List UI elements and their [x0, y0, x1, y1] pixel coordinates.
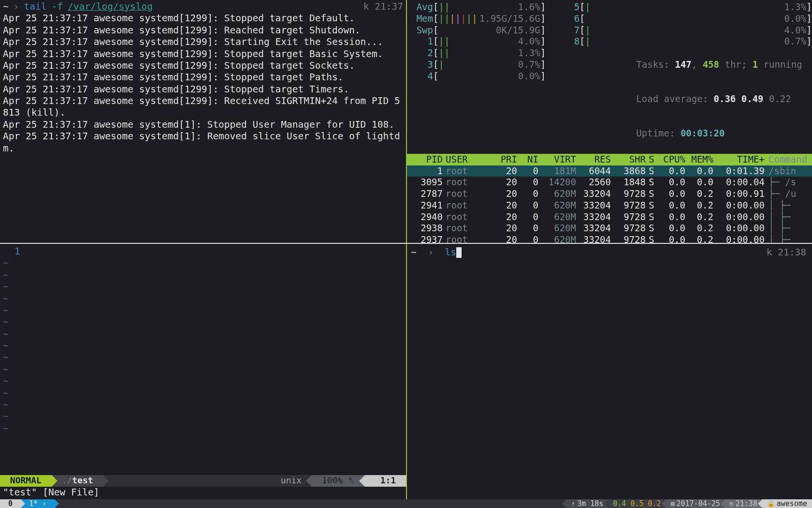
lock-icon: 🔒: [767, 500, 777, 508]
htop-tasks: Tasks: 147, 458 thr; 1 running: [560, 47, 812, 82]
meter-Swp: Swp[0K/15.9G]: [414, 25, 546, 36]
meter-5: 5[|1.3%]: [560, 1, 812, 13]
meter-3: 3[|0.7%]: [414, 59, 546, 71]
tmux-session[interactable]: 0: [0, 499, 21, 508]
process-row[interactable]: 2938root200620M332049728S0.00.20:00.00│ …: [407, 223, 812, 234]
vim-empty-line: ~: [3, 399, 406, 411]
htop-header[interactable]: PID USER PRI NI VIRT RES SHR S CPU% MEM%…: [407, 154, 812, 165]
vim-empty-line: ~: [3, 340, 406, 352]
meter-Mem: Mem[|||||||1.95G/15.6G]: [414, 13, 546, 25]
process-row[interactable]: 2937root200620M332049728S0.00.20:00.00│ …: [407, 234, 812, 243]
vim-empty-line: ~: [3, 375, 406, 387]
pane-shell[interactable]: ~ › ls k 21:38: [406, 244, 812, 499]
calendar-icon: ▤: [671, 500, 677, 508]
col-shr[interactable]: SHR: [611, 154, 646, 165]
syslog-line: Apr 25 21:37:17 awesome systemd[1]: Remo…: [3, 131, 403, 154]
prompt-marker-icon: ›: [14, 1, 19, 13]
col-pri[interactable]: PRI: [481, 154, 517, 165]
tmux-time: ◴21:38: [725, 499, 762, 508]
vim-message: "test" [New File]: [0, 487, 406, 499]
vim-pos: 1:1: [365, 475, 406, 487]
syslog-output: Apr 25 21:37:17 awesome systemd[1299]: S…: [0, 13, 406, 156]
syslog-line: Apr 25 21:37:17 awesome systemd[1299]: S…: [3, 36, 403, 48]
vim-empty-line: ~: [3, 281, 406, 293]
vim-empty-line: ~: [3, 305, 406, 316]
vim-statusline: NORMAL ./test unix 100% ␤ 1:1: [0, 475, 406, 487]
tail-right-status: k 21:37: [363, 1, 403, 13]
syslog-line: Apr 25 21:37:17 awesome systemd[1299]: S…: [3, 60, 403, 72]
tmux-date: ▤2017-04-25: [666, 499, 725, 508]
shell-prompt-dir: ~: [411, 247, 417, 258]
vim-empty-line: ~: [3, 316, 406, 328]
vim-empty-line: ~: [3, 388, 406, 399]
col-ni[interactable]: NI: [517, 154, 538, 165]
col-user[interactable]: USER: [443, 154, 481, 165]
col-cmd[interactable]: Command: [765, 154, 809, 165]
vim-empty-line: ~: [3, 269, 406, 281]
meter-8: 8[|0.7%]: [560, 36, 812, 47]
pane-vim[interactable]: 1 ~~~~~~~~~~~~~~~ NORMAL ./test unix 100…: [0, 244, 406, 499]
process-row[interactable]: 3095root2001420025601848S0.00.00:00.04├─…: [407, 177, 812, 188]
tail-prompt: ~ › tail -f /var/log/syslog k 21:37: [0, 0, 406, 13]
col-res[interactable]: RES: [576, 154, 611, 165]
syslog-line: Apr 25 21:37:17 awesome systemd[1]: Stop…: [3, 119, 403, 131]
vim-empty-line: ~: [3, 411, 406, 422]
tmux-host: 🔒awesome: [762, 499, 812, 508]
col-time[interactable]: TIME+: [713, 154, 765, 165]
meter-6: 6[0.0%]: [560, 13, 812, 25]
vim-empty-line: ~: [3, 293, 406, 305]
cursor-icon: [456, 247, 462, 258]
meter-4: 4[0.0%]: [414, 71, 546, 82]
prompt-dir: ~: [3, 1, 9, 13]
vim-pct: 100% ␤: [312, 475, 365, 487]
shell-right-status: k 21:38: [767, 247, 806, 258]
syslog-line: Apr 25 21:37:17 awesome systemd[1299]: S…: [3, 72, 403, 83]
col-virt[interactable]: VIRT: [538, 154, 576, 165]
tmux-load: 0.4 0.5 0.2: [608, 499, 666, 508]
pane-htop[interactable]: Avg[||1.6%]Mem[|||||||1.95G/15.6G]Swp[0K…: [406, 0, 812, 243]
col-mem[interactable]: MEM%: [685, 154, 713, 165]
syslog-line: Apr 25 21:37:17 awesome systemd[1299]: R…: [3, 25, 403, 36]
process-row[interactable]: 2941root200620M332049728S0.00.20:00.00│ …: [407, 200, 812, 211]
vim-empty-line: ~: [3, 364, 406, 375]
arrow-up-icon: ↑: [571, 500, 577, 508]
vim-empty-line: ~: [3, 329, 406, 340]
tail-cmd: tail: [24, 1, 47, 13]
pane-tail[interactable]: ~ › tail -f /var/log/syslog k 21:37 Apr …: [0, 0, 406, 243]
col-pid[interactable]: PID: [413, 154, 443, 165]
meter-2: 2[||1.3%]: [414, 47, 546, 59]
htop-load: Load average: 0.36 0.49 0.22: [560, 82, 812, 116]
syslog-line: Apr 25 21:37:17 awesome systemd[1299]: R…: [3, 95, 403, 119]
syslog-line: Apr 25 21:37:17 awesome systemd[1299]: S…: [3, 84, 403, 95]
shell-cmd: ls: [445, 247, 456, 258]
meter-1: 1[||4.0%]: [414, 36, 546, 47]
process-row[interactable]: 2940root200620M332049728S0.00.20:00.00│ …: [407, 211, 812, 223]
col-cpu[interactable]: CPU%: [657, 154, 685, 165]
vim-file-seg: ./test: [52, 475, 103, 487]
tmux-window-1[interactable]: 1* ›: [21, 499, 55, 508]
meter-Avg: Avg[||1.6%]: [414, 1, 546, 13]
vim-mode: NORMAL: [0, 475, 52, 487]
process-row[interactable]: 2787root200620M332049728S0.00.20:00.91├─…: [407, 188, 812, 200]
vim-buffer[interactable]: 1 ~~~~~~~~~~~~~~~: [0, 244, 406, 475]
htop-uptime: Uptime: 00:03:20: [560, 117, 812, 151]
tail-arg: -f: [51, 1, 62, 13]
vim-empty-line: ~: [3, 423, 406, 434]
col-s[interactable]: S: [646, 154, 657, 165]
tmux-statusbar[interactable]: 0 1* › ↑3m 18s 0.4 0.5 0.2 ▤2017-04-25 ◴…: [0, 499, 812, 508]
clock-icon: ◴: [730, 500, 736, 508]
vim-empty-line: ~: [3, 257, 406, 269]
meter-7: 7[|4.0%]: [560, 25, 812, 36]
syslog-line: Apr 25 21:37:17 awesome systemd[1299]: S…: [3, 48, 403, 60]
prompt-marker-icon: ›: [428, 247, 434, 258]
syslog-line: Apr 25 21:37:17 awesome systemd[1299]: S…: [3, 13, 403, 24]
vim-lineno: 1: [3, 246, 20, 257]
process-row[interactable]: 1root200181M60443868S0.00.00:01.39/sbin: [407, 165, 812, 177]
vim-empty-line: ~: [3, 352, 406, 363]
tmux-uptime: ↑3m 18s: [566, 499, 608, 508]
tail-path: /var/log/syslog: [68, 1, 153, 13]
